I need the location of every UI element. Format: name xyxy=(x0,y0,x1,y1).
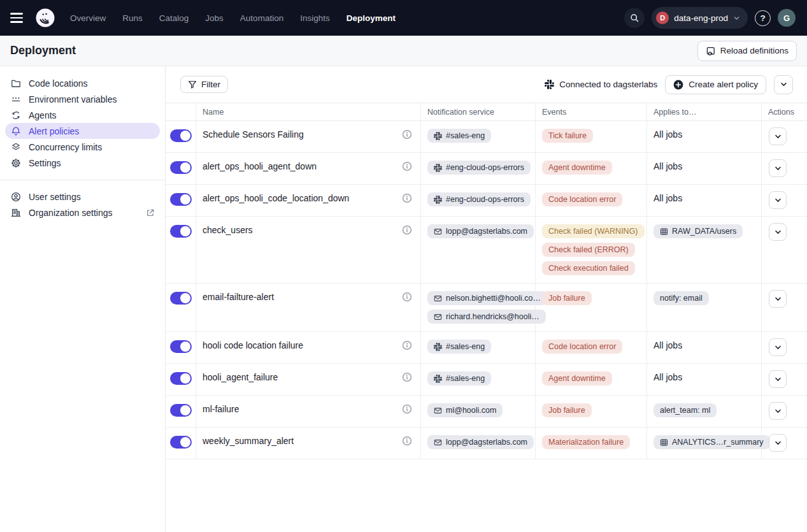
toggle-cell xyxy=(166,185,196,216)
asset-pill[interactable]: ANALYTICS…r_summary xyxy=(653,435,770,449)
sidebar-item-label: Settings xyxy=(29,158,61,168)
sidebar-item-organization-settings[interactable]: Organization settings xyxy=(0,205,165,220)
search-icon[interactable] xyxy=(624,8,645,28)
name-cell: hooli_agent_failure xyxy=(196,364,421,395)
info-icon[interactable] xyxy=(402,436,412,446)
hamburger-icon[interactable] xyxy=(10,10,25,25)
info-icon[interactable] xyxy=(402,225,412,235)
help-icon[interactable]: ? xyxy=(755,10,771,26)
row-actions-button[interactable] xyxy=(769,338,787,356)
alert-enabled-toggle[interactable] xyxy=(170,292,192,305)
info-icon[interactable] xyxy=(402,161,412,171)
alert-enabled-toggle[interactable] xyxy=(170,193,192,206)
email-pill: lopp@dagsterlabs.com xyxy=(427,435,534,449)
table-header: NameNotification serviceEventsApplies to… xyxy=(166,103,807,121)
info-icon[interactable] xyxy=(402,193,412,203)
notification-service-cell: #sales-eng xyxy=(421,121,536,152)
tag-pill: notify: email xyxy=(653,291,709,305)
applies-to-cell: All jobs xyxy=(647,153,762,184)
notification-service-cell: #eng-cloud-ops-errors xyxy=(421,185,536,216)
notification-label: lopp@dagsterlabs.com xyxy=(446,438,527,447)
row-actions-button[interactable] xyxy=(769,434,787,452)
notification-service-cell: ml@hooli.com xyxy=(421,396,536,427)
sidebar-item-environment-variables[interactable]: Environment variables xyxy=(0,91,165,107)
nav-item-runs[interactable]: Runs xyxy=(122,13,143,23)
row-actions-button[interactable] xyxy=(769,191,787,209)
org-icon xyxy=(10,207,21,218)
alert-policy-name: check_users xyxy=(203,224,253,236)
applies-to-text: All jobs xyxy=(653,340,682,352)
asset-pill[interactable]: RAW_DATA/users xyxy=(653,224,743,238)
alert-enabled-toggle[interactable] xyxy=(170,225,192,238)
filter-button[interactable]: Filter xyxy=(180,76,228,93)
alert-enabled-toggle[interactable] xyxy=(170,129,192,142)
info-icon[interactable] xyxy=(402,372,412,382)
sidebar-item-label: Organization settings xyxy=(29,208,113,218)
sidebar-item-label: Concurrency limits xyxy=(29,142,102,152)
toggle-cell xyxy=(166,121,196,152)
nav-item-jobs[interactable]: Jobs xyxy=(205,13,224,23)
sidebar-item-code-locations[interactable]: Code locations xyxy=(0,75,165,91)
nav-item-deployment[interactable]: Deployment xyxy=(346,13,396,23)
row-actions-button[interactable] xyxy=(769,402,787,420)
info-icon[interactable] xyxy=(402,340,412,350)
sidebar-item-agents[interactable]: Agents xyxy=(0,107,165,123)
event-badge: Check execution failed xyxy=(542,261,635,275)
create-alert-policy-button[interactable]: Create alert policy xyxy=(665,75,766,94)
column-header-notification-service: Notification service xyxy=(421,103,536,120)
alert-enabled-toggle[interactable] xyxy=(170,404,192,417)
chevron-down-icon xyxy=(780,81,787,88)
folder-icon xyxy=(10,78,21,89)
slack-icon xyxy=(434,375,442,383)
table-icon xyxy=(660,227,668,236)
layers-icon xyxy=(10,141,21,152)
applies-to-label: ANALYTICS…r_summary xyxy=(672,438,764,447)
event-badge: Materialization failure xyxy=(542,435,630,449)
chevron-down-icon xyxy=(775,296,782,303)
applies-to-text: All jobs xyxy=(653,192,682,205)
row-actions-button[interactable] xyxy=(769,370,787,388)
nav-item-insights[interactable]: Insights xyxy=(300,13,330,23)
email-pill: lopp@dagsterlabs.com xyxy=(427,224,534,238)
column-header-toggle xyxy=(166,103,196,120)
event-badge: Tick failure xyxy=(542,129,593,143)
alert-enabled-toggle[interactable] xyxy=(170,340,192,353)
sidebar-item-user-settings[interactable]: User settings xyxy=(0,189,165,205)
applies-to-cell: alert_team: ml xyxy=(647,396,762,427)
info-icon[interactable] xyxy=(402,129,412,140)
notification-label: #sales-eng xyxy=(446,374,485,383)
row-actions-button[interactable] xyxy=(769,223,787,241)
info-icon[interactable] xyxy=(402,292,412,302)
nav-item-overview[interactable]: Overview xyxy=(70,13,106,23)
dagster-logo[interactable] xyxy=(34,6,57,29)
info-icon[interactable] xyxy=(402,404,412,414)
alert-policy-name: ml-failure xyxy=(203,403,239,415)
nav-item-automation[interactable]: Automation xyxy=(240,13,283,23)
notification-service-cell: lopp@dagsterlabs.com xyxy=(421,428,536,459)
notification-service-cell: #sales-eng xyxy=(421,364,536,395)
sidebar-item-alert-policies[interactable]: Alert policies xyxy=(5,123,160,139)
user-icon xyxy=(10,191,21,202)
row-actions-button[interactable] xyxy=(769,127,787,145)
event-badge: Code location error xyxy=(542,192,622,206)
deployment-switcher[interactable]: D data-eng-prod xyxy=(652,7,748,29)
row-actions-button[interactable] xyxy=(769,159,787,177)
more-options-button[interactable] xyxy=(774,75,793,94)
avatar[interactable]: G xyxy=(778,9,796,27)
alert-enabled-toggle[interactable] xyxy=(170,372,192,385)
nav-item-catalog[interactable]: Catalog xyxy=(159,13,189,23)
alert-enabled-toggle[interactable] xyxy=(170,161,192,174)
alert-enabled-toggle[interactable] xyxy=(170,436,192,449)
connected-status: Connected to dagsterlabs xyxy=(545,80,657,89)
notification-label: #sales-eng xyxy=(446,131,485,140)
sidebar-item-settings[interactable]: Settings xyxy=(0,155,165,171)
sidebar-item-concurrency-limits[interactable]: Concurrency limits xyxy=(0,139,165,155)
row-actions-button[interactable] xyxy=(769,290,787,308)
name-cell: alert_ops_hooli_code_location_down xyxy=(196,185,421,216)
event-badge: Job failure xyxy=(542,403,592,417)
reload-definitions-button[interactable]: Reload definitions xyxy=(697,41,797,61)
notification-service-cell: lopp@dagsterlabs.com xyxy=(421,217,536,283)
gear-icon xyxy=(10,157,21,168)
actions-cell xyxy=(762,396,807,427)
actions-cell xyxy=(762,185,807,216)
